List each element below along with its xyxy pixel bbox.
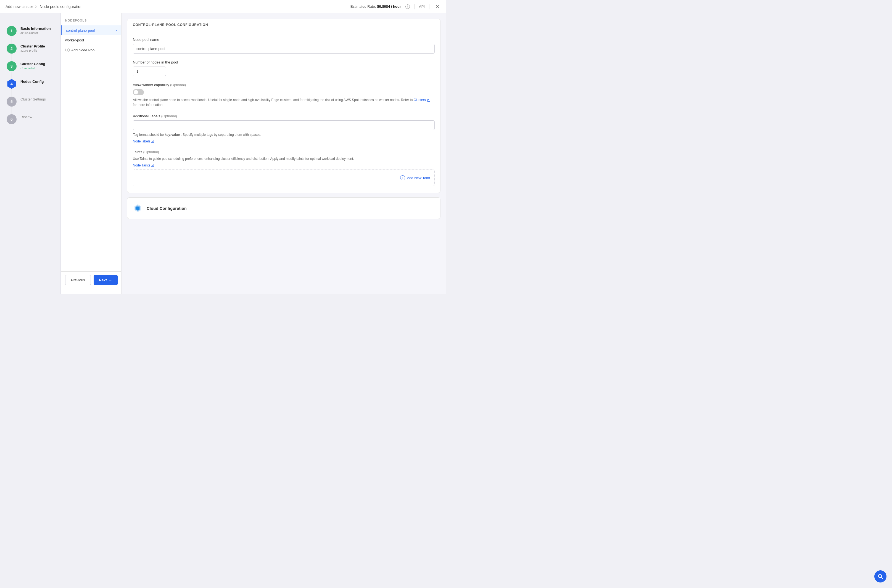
- add-taint-plus-icon: +: [400, 175, 405, 180]
- node-pool-name-label: Node pool name: [133, 38, 435, 42]
- cloud-config-title: Cloud Configuration: [147, 206, 187, 211]
- add-taint-label: Add New Taint: [407, 176, 430, 180]
- worker-capability-label: Allow worker capability: [133, 83, 435, 87]
- breadcrumb-current: Node pools configuration: [40, 4, 83, 9]
- step-name-5: Cluster Settings: [20, 97, 46, 101]
- add-pool-label: Add Node Pool: [71, 48, 95, 52]
- num-nodes-input[interactable]: [133, 66, 166, 76]
- main-content: CONTROL-PLANE-POOL CONFIGURATION Node po…: [122, 13, 446, 294]
- rate-value: $0.8084 / hour: [377, 4, 401, 9]
- step-cluster-profile[interactable]: 2 Cluster Profile azure-profile: [7, 40, 54, 57]
- step-nodes-config[interactable]: 4 Nodes Config: [7, 75, 54, 93]
- node-labels-external-icon: ↗: [151, 140, 154, 143]
- num-nodes-label: Number of nodes in the pool: [133, 60, 435, 64]
- cloud-icon: [133, 203, 143, 213]
- steps-sidebar: 1 Basic Information azure-cluster 2 Clus…: [0, 13, 61, 294]
- step-badge-4: 4: [7, 79, 17, 89]
- step-info-4: Nodes Config: [20, 79, 44, 84]
- header: Add new cluster > Node pools configurati…: [0, 0, 446, 13]
- step-badge-2: 2: [7, 44, 17, 54]
- cloud-config-card: Cloud Configuration: [127, 197, 440, 219]
- nodepools-content: NODEPOOLS control-plane-pool › worker-po…: [61, 19, 121, 272]
- labels-format-bold: key:value: [165, 133, 180, 136]
- breadcrumb-separator: >: [35, 4, 38, 9]
- external-link-icon: [427, 99, 430, 102]
- estimated-rate-label: Estimated Rate:: [350, 4, 376, 9]
- node-pool-name-field: Node pool name: [133, 38, 435, 54]
- nodepools-sidebar: NODEPOOLS control-plane-pool › worker-po…: [61, 13, 122, 294]
- labels-help-text: Tag format should be: [133, 133, 164, 136]
- additional-labels-field: Additional Labels Tag format should be k…: [133, 114, 435, 143]
- step-info-6: Review: [20, 114, 32, 119]
- taints-box: + Add New Taint: [133, 170, 435, 186]
- additional-labels-label: Additional Labels: [133, 114, 435, 118]
- taints-label: Taints: [133, 150, 435, 154]
- step-cluster-config[interactable]: 3 Cluster Config Completed: [7, 57, 54, 75]
- main-layout: 1 Basic Information azure-cluster 2 Clus…: [0, 13, 446, 294]
- breadcrumb-add[interactable]: Add new cluster: [6, 4, 33, 9]
- node-pool-name-input[interactable]: [133, 44, 435, 54]
- info-icon[interactable]: i: [405, 4, 410, 9]
- step-sub-3: Completed: [20, 66, 45, 70]
- pool-name-control-plane: control-plane-pool: [66, 28, 95, 33]
- next-arrow-icon: →: [108, 278, 112, 282]
- step-name-1: Basic Information: [20, 27, 51, 31]
- node-labels-link-text: Node labels: [133, 140, 150, 143]
- step-review[interactable]: 6 Review: [7, 110, 54, 128]
- step-info-1: Basic Information azure-cluster: [20, 26, 51, 34]
- config-section-header: CONTROL-PLANE-POOL CONFIGURATION: [127, 19, 440, 31]
- pool-item-control-plane[interactable]: control-plane-pool ›: [61, 26, 121, 35]
- step-info-5: Cluster Settings: [20, 97, 46, 101]
- additional-labels-input[interactable]: [133, 120, 435, 130]
- plus-circle-icon: +: [65, 48, 70, 52]
- step-badge-1: 1: [7, 26, 17, 36]
- taints-desc: Use Taints to guide pod scheduling prefe…: [133, 156, 435, 161]
- step-name-2: Cluster Profile: [20, 44, 45, 48]
- chevron-right-icon: ›: [116, 28, 117, 33]
- step-name-6: Review: [20, 115, 32, 119]
- worker-capability-text: Allows the control plane node to accept …: [133, 98, 413, 102]
- labels-help-text-2: . Specify multiple tags by separating th…: [180, 133, 261, 136]
- next-label: Next: [99, 278, 107, 282]
- pool-item-worker[interactable]: worker-pool: [61, 35, 121, 45]
- step-badge-3: 3: [7, 61, 17, 71]
- nodepools-label: NODEPOOLS: [61, 19, 121, 26]
- header-divider-2: [429, 4, 429, 9]
- additional-labels-help: Tag format should be key:value . Specify…: [133, 132, 435, 137]
- config-section-card: CONTROL-PLANE-POOL CONFIGURATION Node po…: [127, 19, 440, 193]
- step-basic-information[interactable]: 1 Basic Information azure-cluster: [7, 22, 54, 40]
- close-button[interactable]: ✕: [434, 3, 440, 10]
- clusters-link[interactable]: Clusters: [414, 98, 430, 102]
- step-info-3: Cluster Config Completed: [20, 61, 45, 70]
- step-name-3: Cluster Config: [20, 62, 45, 66]
- step-badge-5: 5: [7, 97, 17, 106]
- estimated-rate: Estimated Rate: $0.8084 / hour: [350, 4, 401, 9]
- add-taint-button[interactable]: + Add New Taint: [400, 175, 430, 180]
- worker-capability-field: Allow worker capability Allows the contr…: [133, 83, 435, 107]
- nodepools-wrapper: NODEPOOLS control-plane-pool › worker-po…: [61, 19, 121, 288]
- previous-button[interactable]: Previous: [65, 275, 91, 285]
- taints-field: Taints Use Taints to guide pod schedulin…: [133, 150, 435, 186]
- node-taints-link[interactable]: Node Taints ↗: [133, 164, 435, 167]
- node-labels-link[interactable]: Node labels ↗: [133, 140, 435, 143]
- node-taints-external-icon: ↗: [151, 164, 154, 167]
- config-section-body: Node pool name Number of nodes in the po…: [127, 31, 440, 193]
- breadcrumb: Add new cluster > Node pools configurati…: [6, 4, 83, 9]
- step-info-2: Cluster Profile azure-profile: [20, 44, 45, 52]
- step-name-4: Nodes Config: [20, 80, 44, 84]
- step-sub-2: azure-profile: [20, 49, 45, 52]
- node-taints-link-text: Node Taints: [133, 164, 150, 167]
- add-node-pool-button[interactable]: + Add Node Pool: [61, 45, 121, 55]
- worker-capability-desc: Allows the control plane node to accept …: [133, 98, 435, 107]
- step-cluster-settings[interactable]: 5 Cluster Settings: [7, 93, 54, 110]
- nodepools-bottom-nav: Previous Next →: [61, 272, 121, 288]
- num-nodes-field: Number of nodes in the pool: [133, 60, 435, 76]
- worker-capability-suffix: for more information.: [133, 103, 164, 107]
- header-divider: [414, 4, 414, 9]
- worker-capability-toggle[interactable]: [133, 89, 144, 95]
- step-badge-6: 6: [7, 114, 17, 124]
- header-right: Estimated Rate: $0.8084 / hour i API ✕: [350, 3, 440, 10]
- next-button[interactable]: Next →: [94, 275, 118, 285]
- api-link[interactable]: API: [419, 4, 425, 9]
- step-sub-1: azure-cluster: [20, 31, 51, 34]
